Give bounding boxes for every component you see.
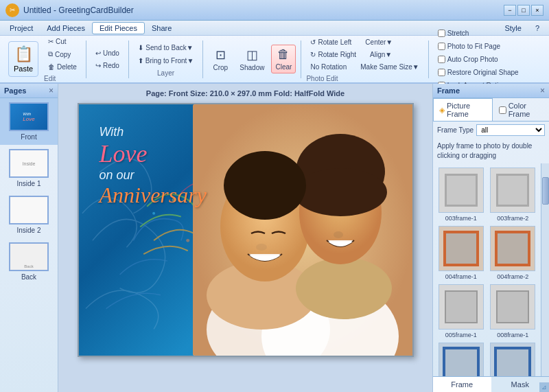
cut-icon: ✂ bbox=[48, 38, 54, 45]
color-frame-label: Color Frame bbox=[509, 102, 543, 118]
clear-icon: 🗑 bbox=[277, 47, 290, 62]
frame-item-008-2[interactable]: 008frame-2 bbox=[437, 343, 485, 376]
color-frame-checkbox[interactable] bbox=[499, 106, 506, 114]
paste-button[interactable]: 📋 Paste bbox=[8, 41, 38, 77]
undo-icon: ↩ bbox=[95, 49, 101, 57]
frame-item-003-2[interactable]: 003frame-2 bbox=[489, 168, 537, 222]
sep3 bbox=[202, 41, 203, 78]
undo-redo-group: ↩ Undo ↪ Redo bbox=[91, 47, 124, 71]
shadow-label: Shadow bbox=[240, 64, 264, 71]
restore-button[interactable]: Restore Original Shape bbox=[434, 67, 523, 78]
bring-to-front-button[interactable]: ⬆ Bring to Front▼ bbox=[134, 55, 198, 67]
frame-item-003-1[interactable]: 003frame-1 bbox=[437, 168, 485, 222]
clear-button[interactable]: 🗑 Clear bbox=[271, 45, 296, 73]
menu-edit-pieces[interactable]: Edit Pieces bbox=[92, 22, 145, 34]
frame-label-003-2: 003frame-2 bbox=[497, 215, 528, 222]
make-same-size-button[interactable]: Make Same Size▼ bbox=[356, 61, 423, 73]
close-button[interactable]: × bbox=[531, 5, 544, 16]
svg-point-15 bbox=[334, 231, 343, 238]
tab-color-frame[interactable]: Color Frame bbox=[493, 98, 549, 121]
stretch-group: Stretch Photo to Fit Page Auto Crop Phot… bbox=[434, 27, 523, 91]
menu-share[interactable]: Share bbox=[145, 23, 178, 34]
page-item-inside1[interactable]: Inside Inside 1 bbox=[0, 145, 58, 192]
page-item-back[interactable]: Back Back bbox=[0, 238, 58, 285]
frame-item-004-2[interactable]: 004frame-2 bbox=[489, 226, 537, 280]
redo-label: Redo bbox=[103, 62, 119, 69]
auto-crop-label: Auto Crop Photo bbox=[447, 56, 498, 63]
auto-crop-checkbox[interactable] bbox=[438, 56, 445, 63]
photo-fit-checkbox[interactable] bbox=[438, 43, 445, 50]
delete-button[interactable]: 🗑 Delete bbox=[44, 61, 81, 73]
align-button[interactable]: Align▼ bbox=[366, 49, 396, 60]
svg-point-8 bbox=[296, 257, 392, 319]
redo-button[interactable]: ↪ Redo bbox=[91, 60, 124, 71]
canvas-area: Page: Front Size: 210.0 × 297.0 mm Fold:… bbox=[58, 84, 432, 392]
shadow-button[interactable]: ◫ Shadow bbox=[235, 45, 268, 74]
rotate-right-button[interactable]: ↻ Rotate Right bbox=[306, 49, 360, 60]
stretch-checkbox[interactable] bbox=[438, 30, 445, 37]
frame-panel-title: Frame bbox=[437, 87, 460, 95]
rotate-left-label: Rotate Left bbox=[318, 38, 351, 46]
help-button[interactable]: ? bbox=[528, 23, 546, 34]
title-bar: ✂ Untitled - GreetingCardBuilder − □ × bbox=[0, 0, 549, 21]
page-item-inside2[interactable]: Inside 2 bbox=[0, 192, 58, 238]
frame-item-004-1[interactable]: 004frame-1 bbox=[437, 226, 485, 280]
pages-panel: Pages × With Love Front Inside I bbox=[0, 84, 58, 392]
layer-group: ⬇ Send to Back▼ ⬆ Bring to Front▼ Layer bbox=[134, 42, 198, 77]
clear-label: Clear bbox=[275, 63, 292, 71]
frame-item-009-2[interactable]: 009frame-2 bbox=[489, 343, 537, 376]
frame-panel-close[interactable]: × bbox=[540, 86, 545, 95]
center-button[interactable]: Center▼ bbox=[361, 36, 397, 48]
canvas-frame[interactable]: With Love on our Anniversary bbox=[78, 103, 414, 357]
auto-crop-button[interactable]: Auto Crop Photo bbox=[434, 54, 523, 65]
page-label-inside2: Inside 2 bbox=[16, 227, 40, 234]
cut-button[interactable]: ✂ Cut bbox=[44, 36, 81, 47]
no-rotation-button[interactable]: No Rotation bbox=[306, 61, 351, 73]
scrollbar-thumb[interactable] bbox=[542, 177, 549, 205]
stretch-button[interactable]: Stretch bbox=[434, 27, 523, 39]
frames-scrollbar[interactable] bbox=[541, 163, 549, 376]
copy-button[interactable]: ⧉ Copy bbox=[44, 48, 81, 60]
frame-thumb-004-2 bbox=[490, 226, 535, 271]
maximize-button[interactable]: □ bbox=[517, 5, 530, 16]
page-thumb-back: Back bbox=[9, 242, 49, 271]
bottom-tabs: Frame Mask bbox=[433, 376, 549, 392]
undo-button[interactable]: ↩ Undo bbox=[91, 47, 124, 59]
photo-fit-label: Photo to Fit Page bbox=[447, 43, 500, 50]
window-controls[interactable]: − □ × bbox=[504, 5, 544, 16]
photo-fit-button[interactable]: Photo to Fit Page bbox=[434, 41, 523, 52]
main-content: Pages × With Love Front Inside I bbox=[0, 84, 549, 392]
resize-handle[interactable]: ⊿ bbox=[539, 382, 549, 392]
send-to-back-button[interactable]: ⬇ Send to Back▼ bbox=[134, 42, 197, 54]
page-item-front[interactable]: With Love Front bbox=[0, 98, 58, 145]
svg-point-1 bbox=[152, 212, 155, 215]
frame-type-select[interactable]: all bbox=[476, 124, 545, 136]
frame-item-005-1[interactable]: 005frame-1 bbox=[437, 284, 485, 338]
svg-point-12 bbox=[294, 168, 387, 216]
paste-group: 📋 Paste bbox=[5, 41, 41, 77]
sep2 bbox=[128, 41, 129, 78]
canvas-info: Page: Front Size: 210.0 × 297.0 mm Fold:… bbox=[146, 89, 344, 97]
restore-checkbox[interactable] bbox=[438, 69, 445, 76]
paste-icon: 📋 bbox=[14, 45, 33, 63]
tab-frame[interactable]: Frame bbox=[433, 377, 491, 392]
menu-add-pieces[interactable]: Add Pieces bbox=[40, 23, 92, 34]
page-label-back: Back bbox=[21, 273, 36, 281]
photo-edit-group: ↺ Rotate Left Center▼ ↻ Rotate Right Ali… bbox=[306, 36, 423, 82]
rotate-left-button[interactable]: ↺ Rotate Left bbox=[306, 36, 355, 48]
tab-picture-frame[interactable]: ◈ Picture Frame bbox=[433, 98, 493, 121]
sep4 bbox=[301, 41, 301, 78]
frame-item-008-1[interactable]: 008frame-1 bbox=[489, 284, 537, 338]
crop-button[interactable]: ⊡ Crop bbox=[208, 45, 233, 74]
undo-label: Undo bbox=[103, 49, 119, 57]
frame-type-row: Frame Type all bbox=[433, 122, 549, 139]
pages-close-button[interactable]: × bbox=[49, 86, 54, 95]
rotate-row3: No Rotation Make Same Size▼ bbox=[306, 61, 423, 73]
page-thumb-inside2 bbox=[9, 196, 49, 224]
delete-label: Delete bbox=[57, 63, 77, 71]
frames-grid: 003frame-1 003frame-2 004frame-1 bbox=[433, 163, 541, 376]
copy-icon: ⧉ bbox=[48, 50, 53, 58]
canvas-inner: With Love on our Anniversary bbox=[79, 104, 412, 356]
menu-project[interactable]: Project bbox=[3, 23, 40, 34]
minimize-button[interactable]: − bbox=[504, 5, 516, 16]
